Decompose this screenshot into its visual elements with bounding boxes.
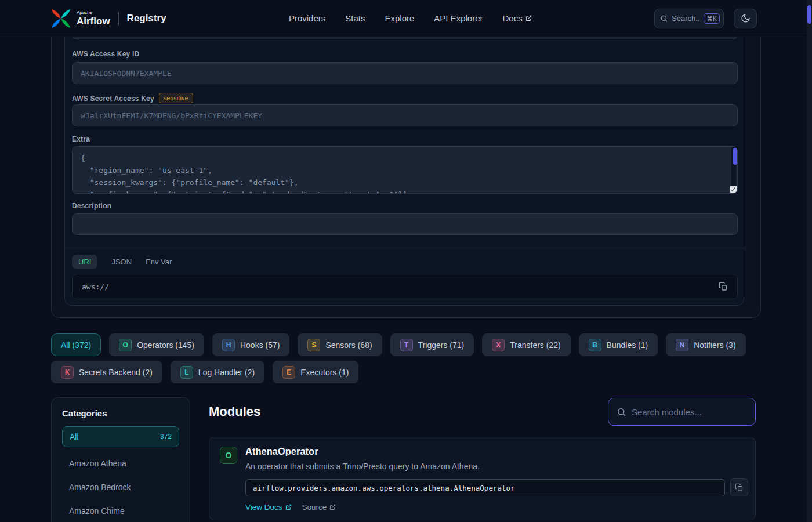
brand[interactable]: Apache Airflow Registry <box>51 9 166 28</box>
module-search[interactable] <box>608 398 756 426</box>
search-icon <box>660 14 668 23</box>
page-scrollbar-thumb[interactable] <box>807 5 811 24</box>
tab-json[interactable]: JSON <box>111 255 132 269</box>
copy-import-button[interactable] <box>730 478 748 496</box>
triggers-badge: T <box>400 339 413 351</box>
secret-key-label: AWS Secret Access Keysensitive <box>72 93 193 103</box>
resize-handle-icon[interactable] <box>730 186 737 193</box>
output-format-tabs: URI JSON Env Var <box>72 255 172 269</box>
module-import-path: airflow.providers.amazon.aws.operators.a… <box>245 479 725 496</box>
tab-env-var[interactable]: Env Var <box>146 255 172 269</box>
app-title: Registry <box>127 13 166 24</box>
module-search-input[interactable] <box>632 407 747 417</box>
airflow-logo-icon <box>51 9 71 28</box>
access-key-input[interactable] <box>72 62 738 84</box>
filter-triggers[interactable]: T Triggers (71) <box>390 334 474 356</box>
description-textarea[interactable] <box>72 213 738 235</box>
form-divider <box>65 248 744 248</box>
type-filter-bar: All (372) O Operators (145) H Hooks (57)… <box>51 334 770 383</box>
extra-scrollbar-thumb[interactable] <box>733 148 737 165</box>
filter-log-handler[interactable]: L Log Handler (2) <box>171 361 264 383</box>
description-label: Description <box>72 202 111 210</box>
transfers-badge: X <box>492 339 505 351</box>
filter-hooks[interactable]: H Hooks (57) <box>212 334 289 356</box>
copy-icon[interactable] <box>719 282 728 291</box>
external-link-icon <box>285 504 292 510</box>
category-item-amazon-athena[interactable]: Amazon Athena <box>62 451 179 475</box>
keyboard-shortcut-badge: ⌘K <box>704 13 720 24</box>
sensors-badge: S <box>307 339 320 351</box>
categories-title: Categories <box>62 408 179 418</box>
header-actions: ⌘K <box>654 9 757 28</box>
copy-icon <box>735 483 744 492</box>
module-name: AthenaOperator <box>245 446 318 457</box>
module-links: View Docs Source <box>245 503 336 512</box>
filter-bundles[interactable]: B Bundles (1) <box>579 334 658 356</box>
source-link[interactable]: Source <box>302 503 336 512</box>
nav-explore[interactable]: Explore <box>385 13 414 23</box>
brand-divider <box>118 12 119 25</box>
theme-toggle-button[interactable] <box>734 9 757 28</box>
filter-secrets-backend[interactable]: K Secrets Backend (2) <box>51 361 162 383</box>
filter-all[interactable]: All (372) <box>51 334 101 356</box>
search-icon <box>617 407 626 417</box>
moon-icon <box>741 13 751 23</box>
categories-panel: Categories All 372 Amazon Athena Amazon … <box>51 397 190 522</box>
filter-executors[interactable]: E Executors (1) <box>273 361 358 383</box>
connection-card: AWS Access Key ID AWS Secret Access Keys… <box>51 0 761 318</box>
modules-title: Modules <box>209 404 260 419</box>
global-search-input[interactable] <box>672 14 700 23</box>
extra-label: Extra <box>72 135 90 143</box>
filter-notifiers[interactable]: N Notifiers (3) <box>666 334 745 356</box>
category-item-all[interactable]: All 372 <box>62 426 179 447</box>
operators-badge: O <box>119 339 132 351</box>
nav-docs[interactable]: Docs <box>503 13 532 23</box>
bundles-badge: B <box>589 339 601 351</box>
executors-badge: E <box>282 366 295 379</box>
tab-uri[interactable]: URI <box>72 255 97 269</box>
view-docs-link[interactable]: View Docs <box>245 503 292 512</box>
global-search[interactable]: ⌘K <box>654 9 724 28</box>
filter-transfers[interactable]: X Transfers (22) <box>482 334 570 356</box>
brand-wordmark: Apache Airflow <box>77 10 110 26</box>
uri-value: aws:// <box>82 282 109 291</box>
filter-operators[interactable]: O Operators (145) <box>109 334 204 356</box>
category-item-amazon-chime[interactable]: Amazon Chime <box>62 499 179 522</box>
external-link-icon <box>525 15 532 21</box>
filter-sensors[interactable]: S Sensors (68) <box>298 334 382 356</box>
access-key-label: AWS Access Key ID <box>72 50 139 58</box>
external-link-icon <box>329 504 336 510</box>
log-handler-badge: L <box>180 366 193 379</box>
main-nav: Providers Stats Explore API Explorer Doc… <box>289 13 532 23</box>
nav-api-explorer[interactable]: API Explorer <box>434 13 483 23</box>
extra-textarea[interactable]: { "region_name": "us-east-1", "session_k… <box>72 146 738 194</box>
module-description: An operator that submits a Trino/Presto … <box>245 462 480 471</box>
sensitive-badge: sensitive <box>159 93 193 103</box>
page-scrollbar-track <box>807 0 812 522</box>
notifiers-badge: N <box>676 339 688 351</box>
category-count: 372 <box>160 433 172 441</box>
module-card: O AthenaOperator An operator that submit… <box>209 437 756 520</box>
category-item-amazon-bedrock[interactable]: Amazon Bedrock <box>62 475 179 499</box>
extra-json-content: { "region_name": "us-east-1", "session_k… <box>72 147 737 194</box>
nav-stats[interactable]: Stats <box>345 13 365 23</box>
uri-output: aws:// <box>72 274 738 299</box>
operator-type-badge: O <box>220 447 237 464</box>
nav-providers[interactable]: Providers <box>289 13 325 23</box>
secrets-backend-badge: K <box>61 366 74 379</box>
top-nav-bar: Apache Airflow Registry Providers Stats … <box>0 0 812 37</box>
connection-form-panel: AWS Access Key ID AWS Secret Access Keys… <box>64 0 744 306</box>
secret-key-input[interactable] <box>72 104 738 126</box>
hooks-badge: H <box>222 339 235 351</box>
